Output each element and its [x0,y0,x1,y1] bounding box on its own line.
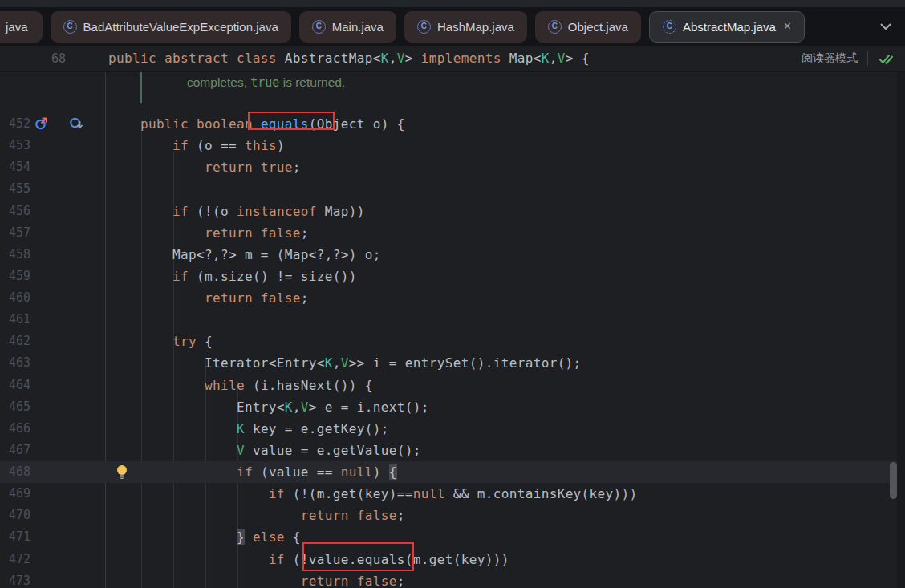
code-text[interactable]: if (o == this) [108,135,285,156]
code-text[interactable]: while (i.hasNext()) { [108,375,373,396]
code-line: 460 return false; [0,287,905,309]
code-line: 473 return false; [0,570,905,588]
line-number: 453 [0,135,30,156]
code-text[interactable]: Map<?,?> m = (Map<?,?>) o; [108,244,381,266]
line-number: 468 [0,461,30,483]
code-text[interactable]: if (!(m.get(key)==null && m.containsKey(… [108,483,638,505]
class-icon: C [548,20,562,34]
line-number: 473 [0,570,30,588]
inspections-ok-icon[interactable] [878,51,894,66]
code-line: 459 if (m.size() != size()) [0,266,905,287]
code-text[interactable]: try { [108,330,213,352]
code-line: 452 public boolean equals(Object o) { [0,113,905,135]
close-icon[interactable]: × [784,20,791,33]
code-line: 462 try { [0,330,905,352]
class-icon: C [417,20,431,34]
toolbar-divider [867,51,868,66]
line-number: 471 [0,526,30,548]
code-text[interactable]: K key = e.getKey(); [108,418,389,440]
code-line: 468 if (value == null) { [0,461,897,483]
tab-abstractmap-java[interactable]: CAbstractMap.java× [649,11,805,43]
line-number: 457 [0,222,30,244]
sticky-line-number: 68 [0,46,66,71]
sticky-line: 68 public abstract class AbstractMap<K,V… [0,46,905,72]
tab-label: java [6,20,28,34]
javadoc-comment: completes, true is returned. [187,75,345,90]
code-text[interactable]: V value = e.getValue(); [108,440,421,461]
code-line: 457 return false; [0,222,905,244]
code-line: 471 } else { [0,526,905,548]
code-line: 472 if (!value.equals(m.get(key))) [0,549,905,570]
ide-window: javaCBadAttributeValueExpException.javaC… [0,0,905,588]
tab-label: BadAttributeValueExpException.java [83,20,278,34]
chevron-down-icon[interactable] [879,22,892,30]
code-line: 463 Iterator<Entry<K,V>> i = entrySet().… [0,352,905,374]
tab-hashmap-java[interactable]: CHashMap.java [404,11,527,43]
code-text[interactable]: return true; [108,156,301,178]
line-number: 469 [0,483,30,505]
tab-main-java[interactable]: CMain.java [299,11,396,43]
code-line: 466 K key = e.getKey(); [0,418,905,440]
tab-object-java[interactable]: CObject.java [535,11,641,43]
code-text[interactable]: return false; [108,287,309,309]
code-lines: 452 public boolean equals(Object o) {453… [0,113,905,588]
code-editor[interactable]: completes, true is returned. 452 public … [0,72,905,588]
code-line: 465 Entry<K,V> e = i.next(); [0,396,905,418]
code-line: 469 if (!(m.get(key)==null && m.contains… [0,483,905,505]
window-top-strip [0,0,905,7]
sticky-line-code[interactable]: public abstract class AbstractMap<K,V> i… [108,46,590,71]
line-number: 452 [0,113,30,135]
code-text[interactable]: return false; [108,570,405,588]
line-number: 472 [0,549,30,570]
line-number: 454 [0,156,30,178]
code-text[interactable]: } else { [108,526,301,548]
line-number: 466 [0,418,30,440]
code-text[interactable]: return false; [108,505,405,526]
editor-tab-bar: javaCBadAttributeValueExpException.javaC… [0,0,905,46]
code-text[interactable]: Entry<K,V> e = i.next(); [108,396,429,418]
override-up-icon[interactable] [34,116,50,135]
line-number: 461 [0,309,30,330]
tab-java[interactable]: java [0,11,43,43]
code-line: 458 Map<?,?> m = (Map<?,?>) o; [0,244,905,266]
code-line: 467 V value = e.getValue(); [0,440,905,461]
tab-badattributevalueexpexception-java[interactable]: CBadAttributeValueExpException.java [51,11,291,43]
override-down-icon[interactable] [68,116,84,135]
tab-label: Object.java [568,20,628,34]
code-line: 470 return false; [0,505,905,526]
scrollbar-thumb[interactable] [890,462,897,499]
line-number: 455 [0,178,30,200]
tab-label: Main.java [332,20,384,34]
line-number: 470 [0,505,30,526]
reader-mode-label[interactable]: 阅读器模式 [802,51,858,66]
abstract-class-icon: C [663,20,676,34]
annotation-box [302,542,414,571]
code-line: 464 while (i.hasNext()) { [0,375,905,396]
editor-floating-toolbar: 阅读器模式 [802,46,894,71]
code-text[interactable]: return false; [108,222,309,244]
line-number: 464 [0,375,30,396]
annotation-box [248,112,335,130]
doc-comment-bar [140,72,142,103]
code-line: 455 [0,178,905,200]
line-number: 465 [0,396,30,418]
code-text[interactable]: if (!(o instanceof Map)) [108,201,365,222]
line-number: 467 [0,440,30,461]
class-icon: C [312,20,326,34]
tab-label: AbstractMap.java [683,20,776,34]
code-line: 453 if (o == this) [0,135,905,156]
tabs-container: javaCBadAttributeValueExpException.javaC… [0,10,905,43]
line-number: 462 [0,330,30,352]
line-number: 460 [0,287,30,309]
code-line: 456 if (!(o instanceof Map)) [0,201,905,222]
code-text[interactable]: if (value == null) { [108,461,397,483]
line-number: 456 [0,201,30,222]
line-number: 459 [0,266,30,287]
line-number: 463 [0,352,30,374]
code-line: 461 [0,309,905,330]
line-number: 458 [0,244,30,266]
code-line: 454 return true; [0,156,905,178]
code-text[interactable]: Iterator<Entry<K,V>> i = entrySet().iter… [108,352,582,374]
tab-label: HashMap.java [437,20,514,34]
code-text[interactable]: if (m.size() != size()) [108,266,357,287]
